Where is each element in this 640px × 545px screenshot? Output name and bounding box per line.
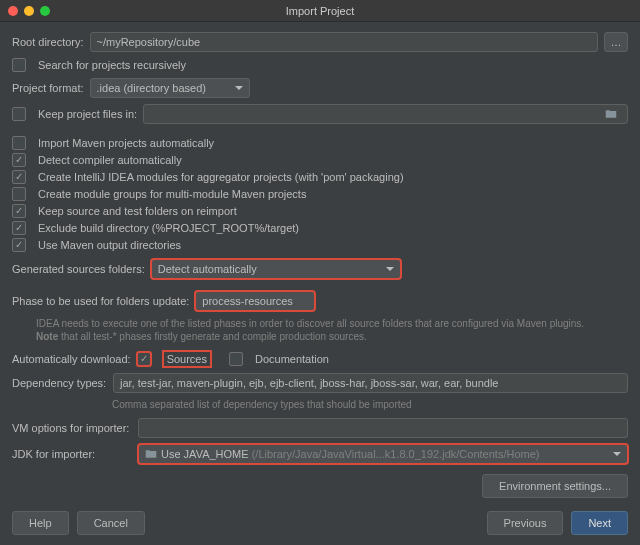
- phase-label: Phase to be used for folders update:: [12, 295, 189, 307]
- phase-hint: IDEA needs to execute one of the listed …: [36, 317, 628, 343]
- vm-options-input[interactable]: [138, 418, 628, 438]
- chevron-down-icon: [613, 452, 621, 456]
- root-directory-input[interactable]: ~/myRepository/cube: [90, 32, 598, 52]
- keep-files-label: Keep project files in:: [38, 108, 137, 120]
- jdk-dropdown[interactable]: Use JAVA_HOME (/Library/Java/JavaVirtual…: [138, 444, 628, 464]
- auto-download-label: Automatically download:: [12, 353, 131, 365]
- folder-icon: [605, 108, 617, 120]
- cancel-button[interactable]: Cancel: [77, 511, 145, 535]
- maven-option-0-label: Import Maven projects automatically: [38, 137, 214, 149]
- browse-button[interactable]: …: [604, 32, 628, 52]
- maven-option-4-checkbox[interactable]: [12, 204, 26, 218]
- maven-option-2-label: Create IntelliJ IDEA modules for aggrega…: [38, 171, 404, 183]
- jdk-icon: [145, 448, 157, 460]
- sources-checkbox[interactable]: [137, 352, 151, 366]
- maven-option-3-label: Create module groups for multi-module Ma…: [38, 188, 306, 200]
- environment-settings-button[interactable]: Environment settings...: [482, 474, 628, 498]
- maven-option-1-label: Detect compiler automatically: [38, 154, 182, 166]
- maven-option-1-checkbox[interactable]: [12, 153, 26, 167]
- maven-option-4-label: Keep source and test folders on reimport: [38, 205, 237, 217]
- keep-files-checkbox[interactable]: [12, 107, 26, 121]
- maven-option-6-label: Use Maven output directories: [38, 239, 181, 251]
- maven-option-5-label: Exclude build directory (%PROJECT_ROOT%/…: [38, 222, 299, 234]
- dependency-types-input[interactable]: jar, test-jar, maven-plugin, ejb, ejb-cl…: [113, 373, 628, 393]
- maven-option-3-checkbox[interactable]: [12, 187, 26, 201]
- keep-files-input[interactable]: [143, 104, 628, 124]
- jdk-label: JDK for importer:: [12, 448, 132, 460]
- dependency-types-label: Dependency types:: [12, 377, 107, 389]
- titlebar: Import Project: [0, 0, 640, 22]
- documentation-label: Documentation: [255, 353, 329, 365]
- search-recursively-checkbox[interactable]: [12, 58, 26, 72]
- window-title: Import Project: [0, 5, 640, 17]
- generated-sources-dropdown[interactable]: Detect automatically: [151, 259, 401, 279]
- generated-sources-label: Generated sources folders:: [12, 263, 145, 275]
- phase-dropdown[interactable]: process-resources: [195, 291, 315, 311]
- previous-button[interactable]: Previous: [487, 511, 564, 535]
- maven-option-6-checkbox[interactable]: [12, 238, 26, 252]
- chevron-down-icon: [386, 267, 394, 271]
- root-directory-label: Root directory:: [12, 36, 84, 48]
- maven-option-2-checkbox[interactable]: [12, 170, 26, 184]
- documentation-checkbox[interactable]: [229, 352, 243, 366]
- maven-option-0-checkbox[interactable]: [12, 136, 26, 150]
- search-recursively-label: Search for projects recursively: [38, 59, 186, 71]
- dependency-types-hint: Comma separated list of dependency types…: [112, 399, 628, 410]
- chevron-down-icon: [235, 86, 243, 90]
- sources-label: Sources: [163, 351, 211, 367]
- help-button[interactable]: Help: [12, 511, 69, 535]
- next-button[interactable]: Next: [571, 511, 628, 535]
- project-format-label: Project format:: [12, 82, 84, 94]
- vm-options-label: VM options for importer:: [12, 422, 132, 434]
- maven-option-5-checkbox[interactable]: [12, 221, 26, 235]
- project-format-dropdown[interactable]: .idea (directory based): [90, 78, 250, 98]
